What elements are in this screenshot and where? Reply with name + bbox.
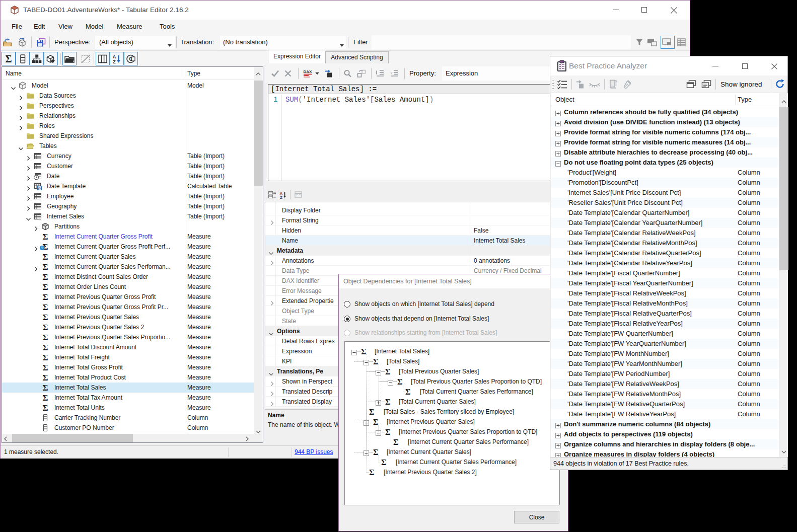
svg-text:A: A xyxy=(113,54,116,59)
svg-text:?: ? xyxy=(390,71,393,75)
svg-text:Z: Z xyxy=(280,195,282,199)
svg-text:DAX: DAX xyxy=(304,69,313,74)
svg-text:fx: fx xyxy=(38,186,41,190)
svg-text:Z: Z xyxy=(113,59,116,64)
